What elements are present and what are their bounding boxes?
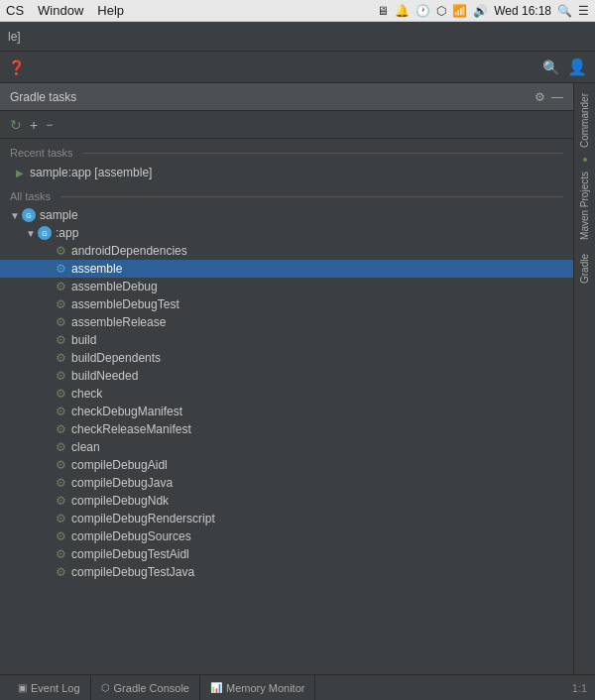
menu-window[interactable]: Window [38, 3, 83, 18]
project-label-sample: sample [40, 208, 78, 222]
statusbar: ▣ Event Log ⬡ Gradle Console 📊 Memory Mo… [0, 674, 595, 700]
notification-icon: 🔔 [395, 4, 410, 18]
tree-item-compiledebugndk[interactable]: ▶ ⚙ compileDebugNdk [0, 492, 573, 510]
eventlog-label: Event Log [31, 682, 80, 694]
task-icon: ⚙ [54, 547, 67, 561]
sidebar-tab-indicator [583, 158, 587, 162]
gradle-header-icons: ⚙ — [535, 90, 563, 104]
task-icon: ⚙ [54, 440, 67, 454]
tree-item-build[interactable]: ▶ ⚙ build [0, 331, 573, 349]
task-icon: ⚙ [54, 565, 67, 579]
gradle-panel-title: Gradle tasks [10, 90, 535, 104]
tree-item-buildneeded[interactable]: ▶ ⚙ buildNeeded [0, 367, 573, 385]
eventlog-icon: ▣ [18, 682, 27, 693]
recent-task-item[interactable]: ▶ sample:app [assemble] [0, 163, 573, 182]
right-sidebar: Commander Maven Projects Gradle [573, 83, 595, 674]
task-icon: ⚙ [54, 476, 67, 490]
user-icon[interactable]: 👤 [567, 58, 587, 76]
task-icon: ⚙ [54, 405, 67, 418]
remove-icon[interactable]: − [46, 118, 53, 132]
task-label: compileDebugNdk [71, 494, 169, 508]
task-icon: ⚙ [54, 280, 67, 293]
status-coords: 1:1 [572, 682, 587, 694]
monitor-icon: 🖥 [377, 4, 389, 18]
gradle-console-icon: ⬡ [101, 682, 110, 693]
tree-item-compiledebugjava[interactable]: ▶ ⚙ compileDebugJava [0, 474, 573, 492]
task-label: build [71, 333, 96, 347]
task-label: check [71, 387, 102, 401]
gradle-project-icon: G [38, 226, 52, 240]
tree-item-clean[interactable]: ▶ ⚙ clean [0, 438, 573, 456]
menu-help[interactable]: Help [97, 3, 124, 18]
task-icon: ⚙ [54, 369, 67, 383]
tree-item-compiledebugtestaaidl[interactable]: ▶ ⚙ compileDebugTestAidl [0, 545, 573, 563]
status-tab-gradle-console[interactable]: ⬡ Gradle Console [91, 675, 200, 700]
task-label: assembleDebug [71, 280, 158, 293]
menubar: CS Window Help 🖥 🔔 🕐 ⬡ 📶 🔊 Wed 16:18 🔍 ☰ [0, 0, 595, 22]
tree-item-checkdebugmanifest[interactable]: ▶ ⚙ checkDebugManifest [0, 403, 573, 420]
status-tab-eventlog[interactable]: ▣ Event Log [8, 675, 91, 700]
project-label-app: :app [56, 226, 78, 240]
play-icon: ▶ [16, 168, 24, 178]
sidebar-tab-commander[interactable]: Commander [577, 87, 592, 154]
gradle-toolbar: ↻ + − [0, 111, 573, 139]
tree-item-assemble[interactable]: ▶ ⚙ assemble [0, 260, 573, 278]
wifi-icon: 📶 [452, 4, 467, 18]
task-label: compileDebugAidl [71, 458, 168, 472]
sidebar-tab-gradle[interactable]: Gradle [577, 248, 592, 290]
task-label: clean [71, 440, 100, 454]
settings-icon[interactable]: ⚙ [535, 90, 545, 104]
bluetooth-icon: ⬡ [436, 4, 446, 18]
tree-item-sample[interactable]: ▼ G sample [0, 206, 573, 224]
pin-icon[interactable]: — [551, 90, 563, 104]
tree-item-check[interactable]: ▶ ⚙ check [0, 385, 573, 403]
task-icon: ⚙ [54, 494, 67, 508]
task-label: checkReleaseManifest [71, 422, 191, 436]
gradle-project-icon: G [22, 208, 36, 222]
search-icon[interactable]: 🔍 [542, 59, 559, 75]
tree-item-compiledebugaidl[interactable]: ▶ ⚙ compileDebugAidl [0, 456, 573, 474]
tree-item-assembledebugtesttest[interactable]: ▶ ⚙ assembleDebugTest [0, 295, 573, 313]
list-icon[interactable]: ☰ [578, 4, 589, 18]
gradle-panel-header: Gradle tasks ⚙ — [0, 83, 573, 111]
sidebar-tab-maven[interactable]: Maven Projects [577, 166, 592, 246]
tree-item-compiledebugTestjava[interactable]: ▶ ⚙ compileDebugTestJava [0, 563, 573, 581]
tree-item-assemblerelease[interactable]: ▶ ⚙ assembleRelease [0, 313, 573, 331]
tree-item-checkreleasemanifest[interactable]: ▶ ⚙ checkReleaseManifest [0, 420, 573, 438]
task-label: compileDebugRenderscript [71, 512, 215, 525]
task-icon: ⚙ [54, 387, 67, 401]
menubar-time: Wed 16:18 [494, 4, 551, 18]
task-icon: ⚙ [54, 262, 67, 276]
titlebar: le] [0, 22, 595, 52]
status-tab-memory[interactable]: 📊 Memory Monitor [200, 675, 315, 700]
task-icon: ⚙ [54, 422, 67, 436]
tree-item-app[interactable]: ▼ G :app [0, 224, 573, 242]
app-toolbar: ❓ 🔍 👤 [0, 52, 595, 83]
recent-task-label: sample:app [assemble] [30, 166, 152, 179]
all-section-label: All tasks [0, 182, 573, 206]
gradle-content[interactable]: Recent tasks ▶ sample:app [assemble] All… [0, 139, 573, 674]
menu-cs[interactable]: CS [6, 3, 24, 18]
task-icon: ⚙ [54, 244, 67, 258]
tree-item-assembledebug[interactable]: ▶ ⚙ assembleDebug [0, 278, 573, 295]
tree-item-androiddependencies[interactable]: ▶ ⚙ androidDependencies [0, 242, 573, 260]
task-label: buildDependents [71, 351, 161, 365]
task-label: compileDebugJava [71, 476, 173, 490]
question-icon[interactable]: ❓ [8, 59, 25, 75]
task-icon: ⚙ [54, 351, 67, 365]
task-label: checkDebugManifest [71, 405, 182, 418]
task-icon: ⚙ [54, 458, 67, 472]
tree-item-builddependents[interactable]: ▶ ⚙ buildDependents [0, 349, 573, 367]
tree-item-compiledebugrendering[interactable]: ▶ ⚙ compileDebugRenderscript [0, 510, 573, 527]
tree-item-compiledebugsources[interactable]: ▶ ⚙ compileDebugSources [0, 527, 573, 545]
task-label: androidDependencies [71, 244, 187, 258]
search-icon[interactable]: 🔍 [557, 4, 572, 18]
task-label-selected: assemble [71, 262, 122, 276]
task-label: compileDebugTestJava [71, 565, 194, 579]
task-icon: ⚙ [54, 297, 67, 311]
refresh-icon[interactable]: ↻ [10, 117, 22, 133]
volume-icon: 🔊 [473, 4, 488, 18]
add-icon[interactable]: + [30, 117, 38, 133]
arrow-icon: ▼ [26, 228, 36, 239]
memory-label: Memory Monitor [226, 682, 304, 694]
